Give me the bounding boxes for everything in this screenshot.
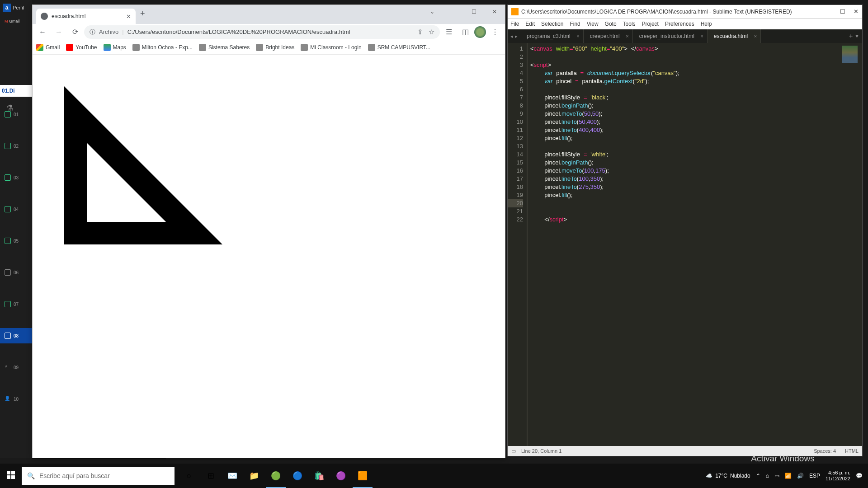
bg-item-08[interactable]: 08 <box>0 328 32 343</box>
chrome-icon[interactable]: 🟢 <box>265 464 287 488</box>
task-view-icon[interactable]: ⊞ <box>200 464 222 488</box>
bookmark-maps[interactable]: Maps <box>104 44 126 51</box>
share-icon[interactable]: ⇪ <box>417 28 423 36</box>
tab-history-icon[interactable]: ◂ ▸ <box>508 29 520 43</box>
tab-close-icon[interactable]: × <box>626 33 628 39</box>
bg-app-header: a Perfil <box>3 4 24 12</box>
battery-icon[interactable]: ▭ <box>774 473 779 479</box>
mail-icon[interactable]: ✉️ <box>222 464 243 488</box>
chrome-minimize[interactable]: — <box>443 5 463 19</box>
file-explorer-icon[interactable]: 📁 <box>243 464 265 488</box>
tab-escuadra[interactable]: escuadra.html× <box>708 29 761 43</box>
menu-selection[interactable]: Selection <box>541 21 563 27</box>
network-icon[interactable]: 📶 <box>785 473 792 479</box>
start-button[interactable] <box>0 464 22 488</box>
tab-creeper[interactable]: creeper.html× <box>584 29 633 43</box>
chevron-up-icon[interactable]: ⌃ <box>756 473 760 479</box>
minimap[interactable] <box>840 43 862 446</box>
tab-close-icon[interactable]: × <box>576 33 579 39</box>
code-editor[interactable]: <canvas width="600" height="400"> </canv… <box>528 43 840 446</box>
svg-rect-3 <box>11 475 15 479</box>
clock[interactable]: 4:56 p. m. 11/12/2022 <box>826 470 850 482</box>
sublime-app-icon <box>511 8 519 15</box>
site-info-icon[interactable]: ⓘ <box>90 28 95 36</box>
bg-item-03[interactable]: 03 <box>0 170 32 185</box>
volume-icon[interactable]: 🔊 <box>797 473 804 479</box>
tab-add-dropdown[interactable]: ＋ ▾ <box>844 29 862 43</box>
menu-find[interactable]: Find <box>570 21 580 27</box>
menu-goto[interactable]: Goto <box>605 21 617 27</box>
tab-creeper-instructor[interactable]: creeper_instructor.html× <box>633 29 708 43</box>
tab-title: escuadra.html <box>52 13 85 19</box>
forward-button[interactable]: → <box>52 25 66 39</box>
menu-preferences[interactable]: Preferences <box>665 21 694 27</box>
chrome-close[interactable]: ✕ <box>484 5 505 19</box>
sublime-tabbar: ◂ ▸ programa_c3.html× creeper.html× cree… <box>508 29 862 43</box>
tab-close-icon[interactable]: ✕ <box>126 13 131 20</box>
status-cursor: Line 20, Column 1 <box>521 448 561 454</box>
edge-icon[interactable]: 🔵 <box>287 464 308 488</box>
side-panel-icon[interactable]: ◫ <box>458 25 472 39</box>
store-icon[interactable]: 🛍️ <box>308 464 330 488</box>
bg-gmail-label: M Gmail <box>5 19 20 23</box>
omnibox-url: C:/Users/escritorio/Documents/LOGICA%20D… <box>127 28 350 35</box>
sublime-close[interactable]: ✕ <box>854 8 859 15</box>
star-icon[interactable]: ☆ <box>429 28 434 36</box>
browser-tab[interactable]: escuadra.html ✕ <box>36 9 136 24</box>
address-bar[interactable]: ⓘ Archivo | C:/Users/escritorio/Document… <box>84 25 440 39</box>
status-panel-icon[interactable]: ▭ <box>511 448 516 454</box>
bookmark-youtube[interactable]: YouTube <box>66 44 97 51</box>
menu-project[interactable]: Project <box>642 21 659 27</box>
sublime-minimize[interactable]: — <box>826 8 832 15</box>
bg-item-01[interactable]: 01 <box>0 107 32 122</box>
bg-item-06[interactable]: 06 <box>0 265 32 280</box>
windows-taskbar: 🔍 Escribe aquí para buscar ○ ⊞ ✉️ 📁 🟢 🔵 … <box>0 464 868 488</box>
bookmark-classroom[interactable]: Mi Classroom - Login <box>301 44 361 51</box>
line-number-gutter[interactable]: 12345678910111213141516171819202122 <box>508 43 528 446</box>
tab-programa[interactable]: programa_c3.html× <box>520 29 584 43</box>
app-icon[interactable]: 🟣 <box>330 464 352 488</box>
profile-avatar[interactable] <box>474 26 486 38</box>
reload-button[interactable]: ⟳ <box>68 25 82 39</box>
bookmark-srm[interactable]: SRM CAMPUSVIRT... <box>368 44 430 51</box>
reading-list-icon[interactable]: ☰ <box>442 25 456 39</box>
menu-edit[interactable]: Edit <box>525 21 535 27</box>
bg-app-title: Perfil <box>13 5 24 10</box>
bg-item-09[interactable]: ⑂09 <box>0 360 32 375</box>
menu-tools[interactable]: Tools <box>623 21 636 27</box>
bg-item-05[interactable]: 05 <box>0 233 32 249</box>
back-button[interactable]: ← <box>35 25 50 39</box>
chrome-maximize[interactable]: ☐ <box>463 5 484 19</box>
bookmark-gmail[interactable]: Gmail <box>36 44 60 51</box>
status-spaces[interactable]: Spaces: 4 <box>814 448 836 454</box>
chrome-tabstrip: escuadra.html ✕ + ⌄ — ☐ ✕ <box>33 5 505 24</box>
sublime-maximize[interactable]: ☐ <box>840 8 845 15</box>
bg-item-02[interactable]: 02 <box>0 138 32 154</box>
taskbar-search[interactable]: 🔍 Escribe aquí para buscar <box>22 467 175 485</box>
sublime-titlebar[interactable]: C:\Users\escritorio\Documents\LOGICA DE … <box>508 5 862 19</box>
notifications-icon[interactable]: 💬 <box>856 473 863 479</box>
menu-file[interactable]: File <box>510 21 519 27</box>
sublime-icon[interactable]: 🟧 <box>352 464 373 488</box>
bookmark-saberes[interactable]: Sistema Saberes <box>199 44 250 51</box>
chrome-menu-icon[interactable]: ⋮ <box>488 25 502 39</box>
tab-close-icon[interactable]: × <box>754 33 757 39</box>
bookmark-bright[interactable]: Bright Ideas <box>256 44 294 51</box>
onedrive-icon[interactable]: ⌂ <box>766 473 769 479</box>
bookmark-milton[interactable]: Milton Ochoa - Exp... <box>132 44 193 51</box>
cortana-icon[interactable]: ○ <box>178 464 200 488</box>
weather-widget[interactable]: ☁️ 17°C Nublado <box>706 473 750 479</box>
chrome-dropdown-icon[interactable]: ⌄ <box>422 5 443 19</box>
flask-icon: ⚗ <box>6 103 14 113</box>
status-language[interactable]: HTML <box>845 448 859 454</box>
bg-item-10[interactable]: 👤10 <box>0 391 32 407</box>
bg-item-04[interactable]: 04 <box>0 202 32 217</box>
menu-help[interactable]: Help <box>701 21 712 27</box>
tab-close-icon[interactable]: × <box>700 33 703 39</box>
bg-item-07[interactable]: 07 <box>0 296 32 312</box>
ime-indicator[interactable]: ESP <box>809 473 820 479</box>
chrome-window: escuadra.html ✕ + ⌄ — ☐ ✕ ← → ⟳ ⓘ Archiv… <box>32 5 505 458</box>
menu-view[interactable]: View <box>587 21 599 27</box>
new-tab-button[interactable]: + <box>136 9 150 19</box>
sublime-menubar: File Edit Selection Find View Goto Tools… <box>508 19 862 29</box>
